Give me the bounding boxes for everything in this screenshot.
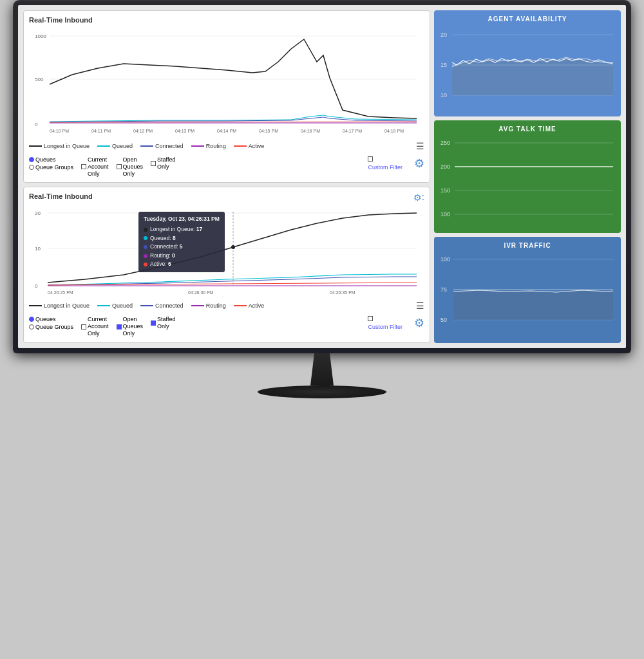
bottom-filter-queue-groups[interactable]: Queue Groups: [29, 324, 73, 330]
avg-talk-time-panel: Avg Talk Time 250 200 150 100: [434, 120, 621, 233]
bottom-chart-title: Real-Time Inbound: [29, 192, 93, 200]
legend-queued: Queued: [97, 143, 133, 149]
svg-text:250: 250: [440, 140, 450, 146]
svg-text:04:18 PM: 04:18 PM: [384, 129, 404, 133]
bottom-chart-panel: Real-Time Inbound ⚙∶ 20 10 0: [23, 187, 430, 342]
bottom-queue-groups-radio[interactable]: [29, 324, 34, 330]
bottom-custom-filter-link[interactable]: Custom Filter: [368, 324, 402, 330]
agent-availability-panel: AGENT AVAILABILITY 20 15 10: [434, 10, 621, 116]
screen: Real-Time Inbound 1000 500 0: [18, 5, 626, 348]
bottom-chart-area: 20 10 0 04:26:25 PM 04:26:30 PM 04:: [29, 205, 424, 298]
bottom-open-queues-checkbox[interactable]: [117, 324, 122, 330]
bottom-filter-queue-group: Queues Queue Groups: [29, 316, 73, 330]
top-custom-filter-link[interactable]: Custom Filter: [368, 164, 402, 171]
svg-text:04:26:35 PM: 04:26:35 PM: [330, 290, 355, 295]
svg-text:15: 15: [440, 62, 447, 68]
svg-text:04:13 PM: 04:13 PM: [175, 129, 194, 133]
open-queues-checkbox[interactable]: [117, 164, 122, 169]
bottom-legend-queued: Queued: [97, 302, 133, 309]
top-filter-staffed: StaffedOnly: [151, 156, 175, 171]
bottom-legend-active: Active: [234, 302, 265, 309]
svg-text:1000: 1000: [35, 33, 46, 39]
ivr-traffic-panel: IVR Traffic 100 75 50: [434, 237, 621, 343]
queues-radio[interactable]: [29, 157, 34, 162]
queue-groups-radio[interactable]: [29, 165, 34, 170]
bottom-filter-staffed: StaffedOnly: [151, 316, 175, 330]
right-panels: AGENT AVAILABILITY 20 15 10: [434, 10, 621, 343]
svg-text:100: 100: [440, 211, 450, 218]
legend-connected: Connected: [140, 143, 184, 149]
ivr-traffic-title: IVR Traffic: [439, 242, 616, 249]
top-chart-panel: Real-Time Inbound 1000 500 0: [23, 10, 430, 183]
bottom-chart-legend: Longest in Queue Queued Connected: [29, 301, 424, 311]
monitor-base: [258, 385, 386, 398]
top-chart-title: Real-Time Inbound: [29, 16, 424, 24]
svg-text:04:12 PM: 04:12 PM: [133, 129, 153, 133]
top-filter-gear-icon[interactable]: ⚙: [414, 156, 424, 171]
avg-talk-time-title: Avg Talk Time: [439, 125, 616, 133]
svg-text:20: 20: [440, 32, 447, 38]
bottom-extra-checkbox[interactable]: [368, 316, 373, 321]
svg-text:04:10 PM: 04:10 PM: [50, 129, 69, 133]
bottom-legend-routing: Routing: [191, 302, 226, 309]
avg-talk-time-chart: 250 200 150 100: [439, 135, 616, 225]
svg-text:04:15 PM: 04:15 PM: [259, 129, 278, 133]
bottom-filter-current-account: CurrentAccountOnly: [81, 316, 109, 337]
left-panels: Real-Time Inbound 1000 500 0: [23, 10, 430, 343]
top-filter-queue-groups[interactable]: Queue Groups: [29, 164, 73, 171]
monitor-neck: [303, 353, 341, 385]
svg-text:04:16 PM: 04:16 PM: [301, 129, 320, 133]
svg-text:50: 50: [440, 317, 447, 323]
svg-text:10: 10: [35, 246, 41, 252]
svg-text:04:17 PM: 04:17 PM: [343, 129, 362, 133]
bottom-legend-longest: Longest in Queue: [29, 302, 90, 309]
svg-text:0: 0: [35, 283, 38, 289]
svg-text:100: 100: [440, 256, 450, 263]
agent-availability-title: AGENT AVAILABILITY: [439, 15, 616, 23]
legend-routing: Routing: [191, 143, 226, 149]
bottom-filter-open-queues: OpenQueuesOnly: [117, 316, 144, 337]
screen-inner: Real-Time Inbound 1000 500 0: [18, 5, 626, 348]
bottom-staffed-only-checkbox[interactable]: [151, 320, 156, 326]
bottom-current-account-checkbox[interactable]: [81, 324, 86, 330]
bottom-filter-queues[interactable]: Queues: [29, 316, 73, 322]
top-chart-menu-icon[interactable]: ☰: [416, 141, 424, 151]
svg-text:20: 20: [35, 210, 41, 216]
bottom-legend-connected: Connected: [140, 302, 184, 309]
svg-text:04:26:25 PM: 04:26:25 PM: [48, 290, 73, 295]
bottom-chart-svg: 20 10 0 04:26:25 PM 04:26:30 PM 04:: [29, 205, 424, 295]
top-chart-area: 1000 500 0 04:10 PM 04:11 PM 04:12: [29, 26, 424, 138]
bottom-filter-right: Custom Filter: [368, 316, 402, 330]
bottom-queues-radio[interactable]: [29, 317, 34, 322]
top-filter-open-queues: OpenQueuesOnly: [117, 156, 144, 177]
top-chart-legend: Longest in Queue Queued Connected: [29, 141, 424, 151]
svg-text:04:26:30 PM: 04:26:30 PM: [188, 290, 214, 295]
monitor-bezel: Real-Time Inbound 1000 500 0: [13, 0, 631, 353]
svg-text:10: 10: [440, 92, 447, 98]
staffed-only-checkbox[interactable]: [151, 161, 156, 166]
top-filter-current-account: CurrentAccountOnly: [81, 156, 109, 177]
ivr-traffic-chart: 100 75 50: [439, 252, 616, 335]
svg-text:04:11 PM: 04:11 PM: [91, 129, 111, 133]
current-account-checkbox[interactable]: [81, 164, 86, 169]
bottom-chart-menu-icon[interactable]: ☰: [416, 301, 424, 311]
svg-text:200: 200: [440, 163, 450, 170]
svg-text:150: 150: [440, 187, 450, 194]
svg-text:75: 75: [440, 286, 447, 293]
top-extra-checkbox[interactable]: [368, 156, 373, 162]
legend-active: Active: [234, 143, 265, 149]
top-chart-svg: 1000 500 0 04:10 PM 04:11 PM 04:12: [29, 26, 424, 136]
svg-text:04:14 PM: 04:14 PM: [217, 129, 236, 133]
top-filter-queues[interactable]: Queues: [29, 156, 73, 163]
monitor-wrapper: Real-Time Inbound 1000 500 0: [6, 0, 638, 659]
svg-point-25: [231, 245, 235, 249]
bottom-filter-gear-icon[interactable]: ⚙: [414, 316, 424, 330]
top-filter-right: Custom Filter: [368, 156, 402, 171]
top-filter-queue-group: Queues Queue Groups: [29, 156, 73, 171]
bottom-chart-settings-icon[interactable]: ⚙∶: [413, 192, 424, 203]
legend-longest-queue: Longest in Queue: [29, 143, 90, 149]
svg-text:0: 0: [35, 122, 38, 127]
agent-availability-chart: 20 15 10: [439, 25, 616, 109]
svg-text:500: 500: [35, 77, 44, 82]
